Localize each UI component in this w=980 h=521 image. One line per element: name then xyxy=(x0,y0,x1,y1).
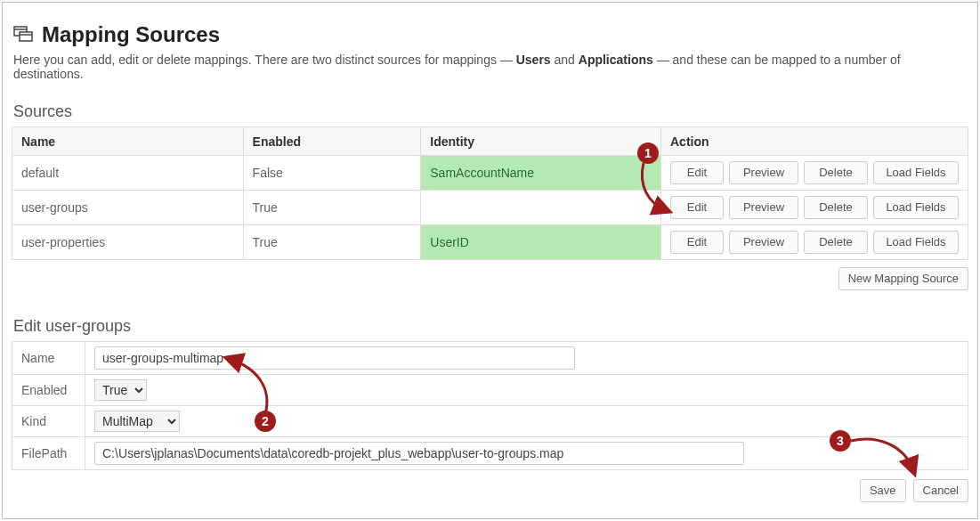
preview-button[interactable]: Preview xyxy=(729,231,798,254)
cell-identity: SamAccountName xyxy=(421,156,661,191)
col-identity: Identity xyxy=(421,127,661,156)
cell-name: user-groups xyxy=(12,191,244,225)
preview-button[interactable]: Preview xyxy=(729,196,798,219)
table-row: user-properties True UserID Edit Preview… xyxy=(12,225,968,260)
annotation-badge-2: 2 xyxy=(255,411,276,432)
cell-identity: UserID xyxy=(421,225,661,260)
name-input[interactable] xyxy=(94,346,575,370)
col-action: Action xyxy=(661,127,968,156)
cell-name: user-properties xyxy=(12,225,244,260)
label-enabled: Enabled xyxy=(12,375,85,406)
preview-button[interactable]: Preview xyxy=(729,161,798,184)
delete-button[interactable]: Delete xyxy=(804,231,868,254)
cell-enabled: False xyxy=(243,156,421,191)
load-fields-button[interactable]: Load Fields xyxy=(873,231,959,254)
kind-select[interactable]: MultiMap xyxy=(94,411,180,432)
delete-button[interactable]: Delete xyxy=(804,161,868,184)
annotation-arrow-3 xyxy=(846,436,927,485)
enabled-select[interactable]: True xyxy=(94,379,147,401)
col-name: Name xyxy=(12,127,244,156)
sources-table: Name Enabled Identity Action default Fal… xyxy=(12,126,968,260)
annotation-arrow-2 xyxy=(221,352,283,423)
load-fields-button[interactable]: Load Fields xyxy=(873,161,959,184)
table-row: user-groups True Edit Preview Delete Loa… xyxy=(12,191,968,225)
label-filepath: FilePath xyxy=(12,437,85,470)
delete-button[interactable]: Delete xyxy=(804,196,868,219)
load-fields-button[interactable]: Load Fields xyxy=(873,196,959,219)
table-row: default False SamAccountName Edit Previe… xyxy=(12,156,968,191)
edit-button[interactable]: Edit xyxy=(670,231,724,254)
new-mapping-source-button[interactable]: New Mapping Source xyxy=(838,267,968,290)
filepath-input[interactable] xyxy=(94,442,744,465)
intro-text: Here you can add, edit or delete mapping… xyxy=(13,53,968,81)
annotation-arrow-1 xyxy=(635,154,688,225)
annotation-badge-3: 3 xyxy=(830,430,851,452)
cell-name: default xyxy=(12,156,244,191)
mapping-sources-icon xyxy=(13,24,33,46)
cell-enabled: True xyxy=(243,225,421,260)
cell-enabled: True xyxy=(243,191,421,225)
sources-heading: Sources xyxy=(13,102,968,121)
annotation-badge-1: 1 xyxy=(637,142,659,164)
col-enabled: Enabled xyxy=(243,127,421,156)
cell-identity xyxy=(421,191,661,225)
edit-form: Name Enabled True Kind MultiMap xyxy=(12,341,968,470)
edit-heading: Edit user-groups xyxy=(13,317,968,336)
label-name: Name xyxy=(12,342,85,375)
svg-rect-2 xyxy=(20,32,32,41)
label-kind: Kind xyxy=(12,406,85,437)
page-title: Mapping Sources xyxy=(42,22,220,47)
